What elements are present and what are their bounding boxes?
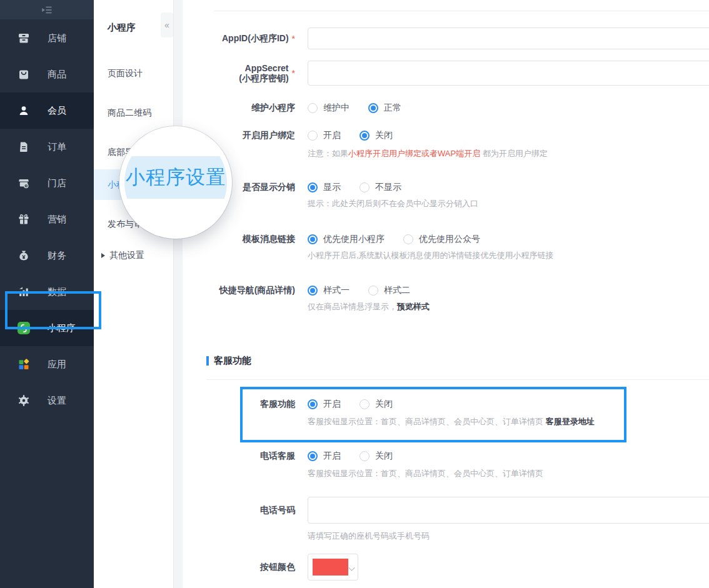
sidebar-item-label: 应用 bbox=[48, 359, 66, 371]
phone-number-label: 电话号码 bbox=[183, 497, 295, 524]
radio-option-service-off[interactable]: 关闭 bbox=[360, 399, 393, 410]
radio-icon bbox=[308, 234, 318, 244]
appsecret-label: AppSecret(小程序密钥) * bbox=[183, 61, 295, 86]
radio-option-service-on[interactable]: 开启 bbox=[308, 399, 341, 410]
radio-icon bbox=[308, 103, 318, 113]
radio-icon bbox=[308, 399, 318, 409]
sidebar-item-shop[interactable]: 店铺 bbox=[0, 20, 94, 56]
panel-gap bbox=[174, 0, 183, 588]
template-msg-hint: 小程序开启后,系统默认模板消息使用的详情链接优先使用小程序链接 bbox=[308, 250, 554, 261]
phone-number-input[interactable] bbox=[308, 497, 709, 524]
money-bag-icon bbox=[18, 249, 30, 262]
radio-option-enable[interactable]: 开启 bbox=[308, 130, 341, 141]
submenu-collapse-button[interactable]: « bbox=[161, 12, 173, 37]
sidebar-nav: 店铺 商品 会员 bbox=[0, 20, 94, 419]
distribution-radio-group: 显示 不显示 bbox=[308, 181, 420, 194]
order-document-icon bbox=[18, 141, 30, 153]
radio-icon bbox=[360, 131, 370, 141]
magnifier-text: 小程序设置 bbox=[126, 164, 226, 191]
appsecret-input[interactable] bbox=[308, 61, 709, 86]
sidebar-item-marketing[interactable]: 营销 bbox=[0, 201, 94, 237]
primary-sidebar: 店铺 商品 会员 bbox=[0, 0, 94, 588]
service-login-link[interactable]: 客服登录地址 bbox=[546, 417, 595, 426]
quick-nav-hint: 仅在商品详情悬浮显示，预览样式 bbox=[308, 301, 430, 312]
sidebar-item-miniprogram[interactable]: 小程序 bbox=[0, 310, 94, 346]
sidebar-item-goods[interactable]: 商品 bbox=[0, 56, 94, 92]
maintain-radio-group: 维护中 正常 bbox=[308, 102, 420, 114]
gear-icon bbox=[18, 394, 30, 407]
radio-icon bbox=[308, 131, 318, 141]
sidebar-item-apps[interactable]: 应用 bbox=[0, 346, 94, 382]
submenu-item-page-design[interactable]: 页面设计 bbox=[94, 58, 173, 89]
phone-service-radio-group: 开启 关闭 bbox=[308, 450, 411, 462]
service-radio-group: 开启 关闭 bbox=[308, 398, 411, 411]
radio-option-hide[interactable]: 不显示 bbox=[360, 182, 401, 193]
radio-option-normal[interactable]: 正常 bbox=[368, 102, 401, 114]
collapse-chevrons-icon: « bbox=[164, 20, 169, 30]
radio-option-style-one[interactable]: 样式一 bbox=[308, 285, 349, 296]
radio-option-disable[interactable]: 关闭 bbox=[360, 130, 393, 141]
sidebar-item-stores[interactable]: 门店 bbox=[0, 165, 94, 201]
sidebar-item-label: 店铺 bbox=[48, 32, 66, 44]
goods-bag-icon bbox=[18, 68, 30, 81]
radio-option-style-two[interactable]: 样式二 bbox=[368, 285, 410, 296]
sidebar-item-label: 商品 bbox=[48, 69, 66, 81]
sidebar-item-data[interactable]: 数据 bbox=[0, 274, 94, 310]
shop-icon bbox=[18, 32, 30, 44]
submenu-item-goods-qrcode[interactable]: 商品二维码 bbox=[94, 97, 173, 128]
quick-nav-radio-group: 样式一 样式二 bbox=[308, 284, 429, 297]
sidebar-item-label: 数据 bbox=[48, 286, 66, 298]
phone-service-label: 电话客服 bbox=[183, 450, 295, 462]
sidebar-item-label: 营销 bbox=[48, 214, 66, 226]
appid-label: AppID(小程序ID)* bbox=[183, 27, 295, 49]
radio-option-prefer-miniprogram[interactable]: 优先使用小程序 bbox=[308, 234, 385, 245]
sidebar-item-label: 订单 bbox=[48, 141, 66, 153]
distribution-hint: 提示：此处关闭后则不在会员中心显示分销入口 bbox=[308, 198, 478, 209]
preview-style-link[interactable]: 预览样式 bbox=[397, 302, 430, 311]
secondary-sidebar: 小程序 « 页面设计 商品二维码 底部导航 小程序设置 发布与审核 其他设置 bbox=[94, 0, 174, 588]
sidebar-item-finance[interactable]: 财务 bbox=[0, 237, 94, 274]
radio-option-prefer-official-account[interactable]: 优先使用公众号 bbox=[403, 234, 480, 245]
submenu-item-other-settings[interactable]: 其他设置 bbox=[94, 240, 173, 271]
radio-icon bbox=[360, 451, 370, 461]
radio-option-maintaining[interactable]: 维护中 bbox=[308, 102, 349, 114]
appid-input[interactable] bbox=[308, 27, 709, 49]
sidebar-item-settings[interactable]: 设置 bbox=[0, 382, 94, 419]
settings-form: AppID(小程序ID)* AppSecret(小程序密钥) * 维护小程序 维… bbox=[183, 0, 709, 588]
sidebar-collapse-button[interactable] bbox=[0, 0, 94, 19]
section-divider bbox=[206, 379, 709, 380]
sidebar-item-orders[interactable]: 订单 bbox=[0, 129, 94, 165]
chevron-down-icon bbox=[348, 564, 354, 571]
radio-icon bbox=[308, 286, 318, 296]
apps-grid-icon bbox=[18, 358, 30, 371]
radio-option-phone-on[interactable]: 开启 bbox=[308, 451, 341, 462]
magnifier-highlight-band: 小程序设置 bbox=[124, 156, 227, 199]
magnifier-bubble: 小程序设置 bbox=[119, 126, 232, 239]
radio-option-phone-off[interactable]: 关闭 bbox=[360, 451, 393, 462]
service-section-header: 客服功能 bbox=[206, 355, 251, 367]
radio-icon bbox=[308, 451, 318, 461]
sidebar-item-label: 财务 bbox=[48, 250, 66, 262]
radio-icon bbox=[308, 182, 318, 192]
binding-note: 注意：如果小程序开启用户绑定或者WAP端开启 都为开启用户绑定 bbox=[308, 148, 548, 159]
radio-option-show[interactable]: 显示 bbox=[308, 182, 341, 193]
annotation-highlight-service-row bbox=[240, 387, 626, 442]
button-color-select[interactable] bbox=[308, 554, 358, 581]
store-front-icon bbox=[18, 177, 30, 189]
radio-icon bbox=[360, 399, 370, 409]
magnifier-bubble-content: 小程序设置 bbox=[124, 131, 227, 234]
sidebar-item-members[interactable]: 会员 bbox=[0, 92, 94, 129]
miniprogram-icon bbox=[18, 322, 30, 334]
template-msg-label: 模板消息链接 bbox=[183, 233, 295, 246]
bar-chart-icon bbox=[18, 286, 30, 298]
radio-icon bbox=[368, 103, 378, 113]
app-root: 店铺 商品 会员 bbox=[0, 0, 709, 588]
phone-number-hint: 请填写正确的座机号码或手机号码 bbox=[308, 531, 430, 542]
radio-icon bbox=[403, 234, 413, 244]
service-hint: 客服按钮显示位置：首页、商品详情页、会员中心页、订单详情页 客服登录地址 bbox=[308, 416, 595, 427]
radio-icon bbox=[360, 182, 370, 192]
sidebar-item-label: 门店 bbox=[48, 177, 66, 189]
submenu-item-label: 页面设计 bbox=[108, 68, 143, 79]
collapse-menu-icon bbox=[40, 4, 54, 16]
required-star: * bbox=[292, 34, 295, 44]
